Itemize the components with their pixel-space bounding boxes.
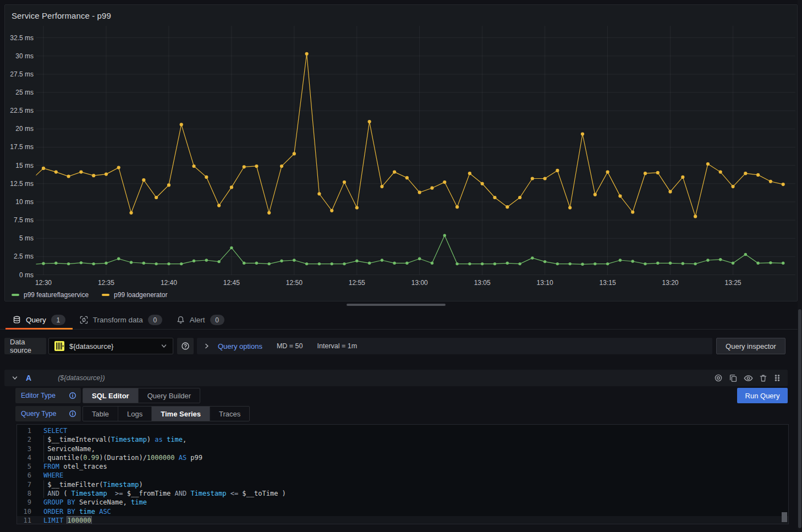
chart-legend: p99 featureflagservicep99 loadgenerator xyxy=(12,290,168,299)
page-scrollbar-thumb[interactable] xyxy=(798,309,801,528)
svg-text:15 ms: 15 ms xyxy=(15,162,34,169)
query-ref-id: A xyxy=(26,374,31,382)
svg-text:17.5 ms: 17.5 ms xyxy=(10,143,34,151)
svg-text:12:50: 12:50 xyxy=(286,279,303,287)
svg-text:7.5 ms: 7.5 ms xyxy=(14,216,34,224)
code-line[interactable]: 3 ServiceName, xyxy=(17,445,788,453)
tab-transform-label: Transform data xyxy=(93,316,143,324)
query-options-link[interactable]: Query options xyxy=(218,342,262,350)
tab-query[interactable]: Query 1 xyxy=(6,311,73,329)
query-type-switch: Table Logs Time Series Traces xyxy=(83,406,250,421)
query-type-table[interactable]: Table xyxy=(83,407,118,421)
horizontal-scrollbar[interactable] xyxy=(347,304,446,306)
svg-text:13:15: 13:15 xyxy=(600,279,616,287)
line-number: 9 xyxy=(17,498,31,507)
copy-icon[interactable] xyxy=(729,374,738,382)
query-datasource-hint: (${datasource}) xyxy=(58,374,105,382)
datasource-picker[interactable]: ${datasource} xyxy=(48,338,173,354)
datasource-help-button[interactable] xyxy=(177,338,194,354)
svg-text:20 ms: 20 ms xyxy=(15,125,34,133)
interval-value: Interval = 1m xyxy=(317,342,358,350)
svg-text:25 ms: 25 ms xyxy=(15,89,34,96)
line-number: 10 xyxy=(17,507,31,516)
question-circle-icon xyxy=(181,342,190,350)
tab-alert-count: 0 xyxy=(210,315,224,325)
code-line[interactable]: 8 AND ( Timestamp >= $__fromTime AND Tim… xyxy=(17,489,788,498)
editor-type-query-builder[interactable]: Query Builder xyxy=(139,388,200,403)
svg-text:12:45: 12:45 xyxy=(223,279,240,287)
max-data-points-value: MD = 50 xyxy=(277,342,303,350)
circle-icon[interactable] xyxy=(714,374,723,382)
code-line[interactable]: 4 quantile(0.99)(Duration)/1000000 AS p9… xyxy=(17,453,788,462)
code-line[interactable]: 11LIMIT 100000 xyxy=(17,516,788,524)
query-options-bar: Query options MD = 50 Interval = 1m xyxy=(197,338,712,354)
code-line[interactable]: 1SELECT xyxy=(17,426,788,435)
line-number: 4 xyxy=(17,453,31,462)
query-actions xyxy=(714,374,781,383)
sql-code-editor[interactable]: 1SELECT2 $__timeInterval(Timestamp) as t… xyxy=(17,424,789,524)
info-icon[interactable] xyxy=(69,392,76,399)
line-number: 1 xyxy=(17,426,31,435)
timeseries-chart[interactable]: 0 ms2.5 ms5 ms7.5 ms10 ms12.5 ms15 ms17.… xyxy=(5,5,798,302)
editor-scrollbar-thumb[interactable] xyxy=(782,512,787,522)
info-icon[interactable] xyxy=(69,410,76,418)
line-number: 11 xyxy=(17,516,31,524)
svg-text:32.5 ms: 32.5 ms xyxy=(10,34,34,42)
code-line[interactable]: 6WHERE xyxy=(17,471,788,480)
svg-text:27.5 ms: 27.5 ms xyxy=(10,70,34,78)
code-line[interactable]: 10ORDER BY time ASC xyxy=(17,507,788,516)
tab-transform-count: 0 xyxy=(148,315,162,325)
line-number: 2 xyxy=(17,435,31,444)
indent-guide xyxy=(43,435,44,462)
tab-alert-label: Alert xyxy=(190,316,205,324)
svg-text:13:25: 13:25 xyxy=(724,279,741,287)
tab-transform-data[interactable]: Transform data 0 xyxy=(73,311,169,329)
svg-text:12:35: 12:35 xyxy=(98,279,114,287)
trash-icon[interactable] xyxy=(759,374,767,382)
drag-handle-icon[interactable] xyxy=(773,374,781,382)
datasource-label: Data source xyxy=(4,338,46,354)
legend-item[interactable]: p99 loadgenerator xyxy=(102,291,167,299)
indent-guide xyxy=(43,480,44,498)
code-line[interactable]: 7 $__timeFilter(Timestamp) xyxy=(17,480,788,489)
code-line[interactable]: 2 $__timeInterval(Timestamp) as time, xyxy=(17,435,788,444)
svg-text:12.5 ms: 12.5 ms xyxy=(10,180,34,188)
eye-icon[interactable] xyxy=(744,374,753,383)
legend-label: p99 featureflagservice xyxy=(24,291,89,299)
line-number: 6 xyxy=(17,471,31,480)
line-number: 8 xyxy=(17,489,31,498)
code-lines: 1SELECT2 $__timeInterval(Timestamp) as t… xyxy=(17,426,788,524)
svg-text:0 ms: 0 ms xyxy=(19,271,34,279)
svg-text:2.5 ms: 2.5 ms xyxy=(14,253,34,260)
svg-text:13:10: 13:10 xyxy=(537,279,553,287)
legend-swatch xyxy=(102,294,109,296)
legend-item[interactable]: p99 featureflagservice xyxy=(12,291,89,299)
query-type-logs[interactable]: Logs xyxy=(118,407,152,421)
editor-type-switch: SQL Editor Query Builder xyxy=(83,388,200,403)
tab-query-count: 1 xyxy=(51,315,65,325)
bell-icon xyxy=(177,316,185,324)
tab-query-label: Query xyxy=(26,316,46,324)
tab-alert[interactable]: Alert 0 xyxy=(169,311,232,329)
line-number: 3 xyxy=(17,445,31,453)
query-type-time-series[interactable]: Time Series xyxy=(152,407,210,421)
code-line[interactable]: 9GROUP BY ServiceName, time xyxy=(17,498,788,507)
svg-text:13:05: 13:05 xyxy=(474,279,491,287)
query-type-traces[interactable]: Traces xyxy=(210,407,249,421)
query-row-header[interactable]: A (${datasource}) xyxy=(4,370,788,386)
editor-type-sql-editor[interactable]: SQL Editor xyxy=(83,388,139,403)
svg-text:10 ms: 10 ms xyxy=(15,198,34,206)
collapse-chevron-icon[interactable] xyxy=(11,374,19,382)
editor-type-label: Editor Type xyxy=(15,388,81,403)
svg-text:12:30: 12:30 xyxy=(35,279,52,287)
query-type-label: Query Type xyxy=(15,406,81,421)
run-query-button[interactable]: Run Query xyxy=(737,388,788,403)
line-number: 5 xyxy=(17,462,31,471)
query-inspector-button[interactable]: Query inspector xyxy=(716,338,785,354)
svg-text:13:00: 13:00 xyxy=(411,279,428,287)
transform-icon xyxy=(80,316,88,324)
svg-text:5 ms: 5 ms xyxy=(19,234,34,242)
chevron-right-icon[interactable] xyxy=(204,343,210,349)
code-line[interactable]: 5FROM otel_traces xyxy=(17,462,788,471)
svg-text:13:20: 13:20 xyxy=(662,279,679,287)
